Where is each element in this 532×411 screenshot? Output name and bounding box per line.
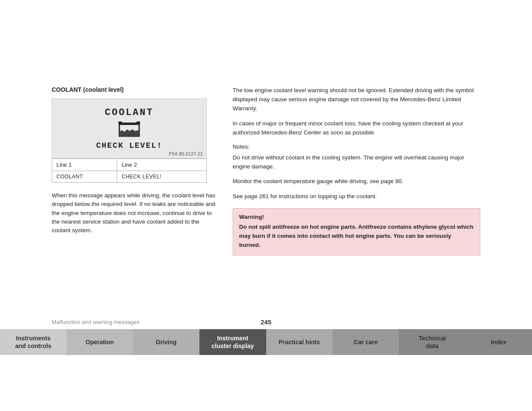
- table-col2-value: CHECK LEVEL!: [117, 171, 207, 183]
- nav-tabs: Instrumentsand controls Operation Drivin…: [0, 329, 532, 355]
- right-column: The low engine coolant level warning sho…: [233, 86, 480, 255]
- section-footer-label: Malfunction and warning messages: [52, 319, 140, 325]
- check-level-text: CHECK LEVEL!: [96, 141, 162, 150]
- nav-tab-instrument-cluster[interactable]: Instrumentcluster display: [199, 329, 266, 355]
- left-description: When this message appears while driving,…: [52, 191, 215, 235]
- nav-tab-technical-label: Technicaldata: [419, 334, 446, 350]
- nav-tab-practical[interactable]: Practical hints: [266, 329, 333, 355]
- nav-tab-driving[interactable]: Driving: [133, 329, 199, 355]
- svg-rect-2: [118, 121, 122, 124]
- table-col1-value: COOLANT: [52, 171, 117, 183]
- notes-label: Notes:: [233, 143, 480, 150]
- nav-tab-operation-label: Operation: [86, 338, 114, 346]
- svg-rect-1: [119, 123, 139, 125]
- table-row: COOLANT CHECK LEVEL!: [52, 171, 207, 183]
- coolant-image-box: COOLANT CHECK LEVEL! P54.30-2137-21: [52, 98, 207, 159]
- nav-tab-operation[interactable]: Operation: [66, 329, 133, 355]
- coolant-data-table: Line 1 Line 2 COOLANT CHECK LEVEL!: [52, 159, 207, 183]
- note-3: See page 261 for instructions on topping…: [233, 192, 480, 201]
- nav-tab-index[interactable]: Index: [466, 329, 532, 355]
- section-title: COOLANT (coolant level): [52, 86, 215, 93]
- warning-text: Do not spill antifreeze on hot engine pa…: [239, 223, 474, 250]
- right-para-2: In cases of major or frequent minor cool…: [233, 119, 480, 137]
- nav-tab-practical-label: Practical hints: [279, 338, 320, 346]
- bottom-bar: Malfunction and warning messages 245 Ins…: [0, 318, 532, 355]
- table-col1-header: Line 1: [52, 159, 117, 171]
- note-1: Do not drive without coolant in the cool…: [233, 153, 480, 171]
- nav-tab-instruments[interactable]: Instrumentsand controls: [0, 329, 66, 355]
- nav-tab-index-label: Index: [491, 338, 507, 346]
- page-number: 245: [261, 318, 271, 326]
- nav-tab-instrument-cluster-label: Instrumentcluster display: [212, 334, 254, 350]
- image-reference: P54.30-2137-21: [169, 151, 203, 156]
- note-2: Monitor the coolant temperature gauge wh…: [233, 177, 480, 186]
- nav-tab-car-care-label: Car care: [354, 338, 378, 346]
- left-column: COOLANT (coolant level) COOLANT CHECK LE…: [52, 86, 215, 255]
- warning-title: Warning!: [239, 214, 474, 220]
- warning-box: Warning! Do not spill antifreeze on hot …: [233, 208, 480, 255]
- coolant-icon: [118, 121, 140, 139]
- coolant-display-title: COOLANT: [105, 107, 153, 118]
- right-para-1: The low engine coolant level warning sho…: [233, 86, 480, 113]
- nav-tab-driving-label: Driving: [156, 338, 177, 346]
- nav-tab-instruments-label: Instrumentsand controls: [15, 334, 51, 350]
- page-number-row: Malfunction and warning messages 245: [0, 318, 532, 326]
- table-col2-header: Line 2: [117, 159, 207, 171]
- svg-rect-3: [137, 121, 140, 124]
- nav-tab-technical[interactable]: Technicaldata: [399, 329, 465, 355]
- nav-tab-car-care[interactable]: Car care: [333, 329, 399, 355]
